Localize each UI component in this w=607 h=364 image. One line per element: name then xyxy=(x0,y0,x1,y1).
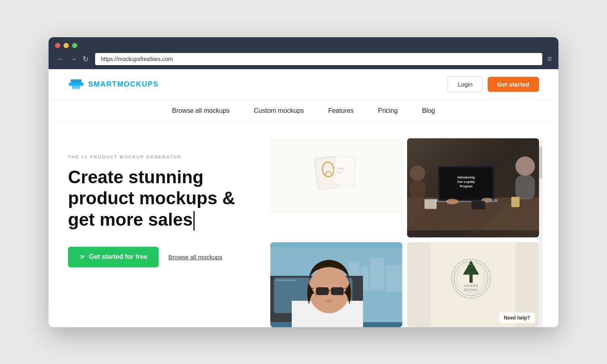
logo-text: SMARTMOCKUPS xyxy=(88,80,159,89)
scrollbar-thumb[interactable] xyxy=(539,146,542,179)
packaging-svg: Product Name xyxy=(304,145,369,206)
svg-rect-36 xyxy=(316,287,329,295)
hero-images: Product Name xyxy=(270,138,539,327)
svg-rect-29 xyxy=(370,258,384,290)
minimize-traffic-light[interactable] xyxy=(64,43,69,48)
browser-chrome: ← → ↻ ≡ xyxy=(49,37,558,69)
reload-button[interactable]: ↻ xyxy=(81,55,90,63)
traffic-lights xyxy=(55,43,552,48)
hero-section: THE #1 PRODUCT MOCKUP GENERATOR Create s… xyxy=(49,122,558,327)
svg-point-20 xyxy=(446,199,458,204)
team-scene-svg: Introducing Our Loyalty Program xyxy=(407,138,539,237)
site-nav: Browse all mockups Custom mockups Featur… xyxy=(49,100,558,122)
hero-cta: ☞ Get started for free Browse all mockup… xyxy=(68,247,262,267)
hero-left: THE #1 PRODUCT MOCKUP GENERATOR Create s… xyxy=(68,138,262,327)
browser-toolbar: ← → ↻ ≡ xyxy=(55,53,552,69)
images-grid: Product Name xyxy=(270,138,539,327)
get-started-header-button[interactable]: Get started xyxy=(488,77,539,92)
need-help-badge[interactable]: Need help? xyxy=(499,313,535,323)
svg-rect-22 xyxy=(488,198,492,202)
mockup-card-packaging[interactable]: Product Name xyxy=(270,138,402,213)
nav-features[interactable]: Features xyxy=(328,107,354,114)
get-started-free-button[interactable]: ☞ Get started for free xyxy=(68,247,159,267)
nav-buttons: ← → ↻ xyxy=(55,55,90,63)
svg-point-41 xyxy=(325,299,333,303)
header-actions: Login Get started xyxy=(448,76,539,92)
nav-custom-mockups[interactable]: Custom mockups xyxy=(254,107,304,114)
svg-point-16 xyxy=(410,165,425,181)
site-header: SMARTMOCKUPS Login Get started xyxy=(49,69,558,100)
scrollbar-track xyxy=(539,138,542,327)
svg-rect-23 xyxy=(471,201,485,209)
svg-rect-24 xyxy=(511,197,520,207)
browser-window: ← → ↻ ≡ SMARTMOCKUPS Login Get st xyxy=(49,37,558,327)
svg-text:Introducing: Introducing xyxy=(458,175,475,179)
svg-rect-6 xyxy=(333,156,356,186)
svg-point-18 xyxy=(516,156,535,176)
nav-blog[interactable]: Blog xyxy=(422,107,435,114)
browse-all-mockups-button[interactable]: Browse all mockups xyxy=(168,254,222,260)
svg-text:CAVERN: CAVERN xyxy=(464,284,478,287)
back-button[interactable]: ← xyxy=(55,55,66,63)
forward-button[interactable]: → xyxy=(68,55,79,63)
svg-text:Program: Program xyxy=(460,184,473,188)
site-logo[interactable]: SMARTMOCKUPS xyxy=(68,78,159,90)
svg-rect-33 xyxy=(276,279,297,281)
mockup-card-laptop[interactable]: Introducing Our Loyalty Program xyxy=(407,138,539,237)
browser-menu-button[interactable]: ≡ xyxy=(547,54,552,63)
mockup-card-woman-car[interactable] xyxy=(270,242,402,327)
woman-car-svg xyxy=(270,242,402,327)
cursor-icon: ☞ xyxy=(79,253,85,261)
svg-text:RIDGES: RIDGES xyxy=(465,288,478,291)
mockup-card-cavern-ridges[interactable]: CAVERN RIDGES Need help? xyxy=(407,242,539,327)
website-content: SMARTMOCKUPS Login Get started Browse al… xyxy=(49,69,558,327)
svg-rect-25 xyxy=(424,199,437,209)
svg-rect-17 xyxy=(410,180,425,199)
svg-rect-0 xyxy=(69,83,83,86)
svg-rect-19 xyxy=(516,175,535,199)
svg-rect-2 xyxy=(72,86,81,89)
svg-rect-30 xyxy=(386,265,402,292)
address-bar[interactable] xyxy=(95,53,542,65)
svg-text:Our Loyalty: Our Loyalty xyxy=(457,180,475,184)
svg-rect-46 xyxy=(469,275,473,283)
fullscreen-traffic-light[interactable] xyxy=(72,43,77,48)
nav-browse-mockups[interactable]: Browse all mockups xyxy=(172,107,229,114)
text-cursor xyxy=(193,211,195,231)
hero-subtitle: THE #1 PRODUCT MOCKUP GENERATOR xyxy=(68,154,262,159)
svg-rect-1 xyxy=(71,79,82,83)
close-traffic-light[interactable] xyxy=(55,43,60,48)
logo-icon xyxy=(68,78,84,90)
login-button[interactable]: Login xyxy=(448,76,483,92)
svg-rect-37 xyxy=(331,287,344,295)
nav-pricing[interactable]: Pricing xyxy=(378,107,398,114)
hero-title: Create stunning product mockups & get mo… xyxy=(68,167,262,231)
